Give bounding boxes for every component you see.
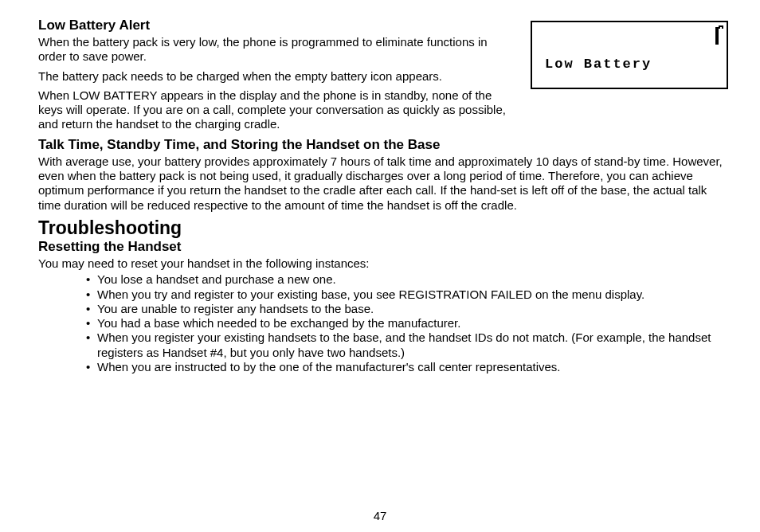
list-item: When you try and register to your existi… xyxy=(86,288,728,302)
lcd-display: Low Battery xyxy=(531,21,728,89)
paragraph-text: You may need to reset your handset in th… xyxy=(38,256,728,271)
paragraph-text: When the battery pack is very low, the p… xyxy=(38,35,508,65)
section-heading-troubleshooting: Troubleshooting xyxy=(38,217,728,239)
paragraph-text: When LOW BATTERY appears in the display … xyxy=(38,88,508,132)
section-subheading-resetting: Resetting the Handset xyxy=(38,239,728,255)
document-page: Low Battery Low Battery Alert When the b… xyxy=(0,0,760,532)
list-item: You are unable to register any handsets … xyxy=(86,302,728,316)
list-item: You lose a handset and purchase a new on… xyxy=(86,272,728,287)
battery-empty-icon xyxy=(715,29,719,43)
lcd-text: Low Battery xyxy=(545,57,652,72)
list-item: When you are instructed to by the one of… xyxy=(86,360,728,374)
paragraph-text: With average use, your battery provides … xyxy=(38,155,728,213)
list-item: When you register your existing handsets… xyxy=(86,331,728,360)
section-heading-talk-time: Talk Time, Standby Time, and Storing the… xyxy=(38,137,728,153)
list-item: You had a base which needed to be exchan… xyxy=(86,316,728,331)
page-number: 47 xyxy=(0,509,760,522)
paragraph-text: The battery pack needs to be charged whe… xyxy=(38,69,508,84)
reset-reasons-list: You lose a handset and purchase a new on… xyxy=(38,272,728,374)
